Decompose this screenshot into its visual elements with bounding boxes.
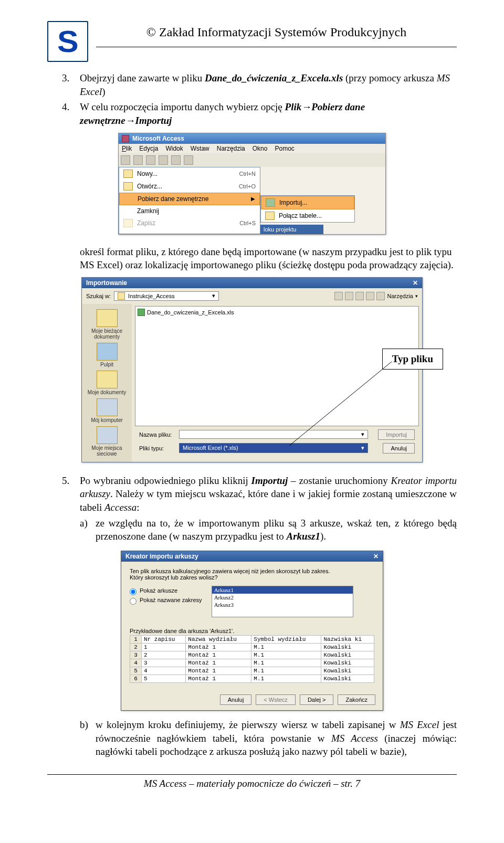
wizard-desc1: Ten plik arkusza kalkulacyjnego zawiera … bbox=[130, 568, 374, 574]
file-item[interactable]: Dane_do_cwiczenia_z_Excela.xls bbox=[138, 309, 416, 316]
sublist-item-b: b) w kolejnym kroku definiujemy, że pier… bbox=[80, 718, 457, 758]
row-header: 1 bbox=[130, 636, 142, 644]
screenshot-import-wizard: Kreator importu arkuszy ✕ Ten plik arkus… bbox=[121, 551, 383, 711]
menu-item-otworz[interactable]: Otwórz...Ctrl+O bbox=[119, 180, 260, 193]
menu-widok[interactable]: Widok bbox=[165, 145, 183, 152]
cell: M.1 bbox=[251, 651, 321, 659]
filename-input[interactable]: ▾ bbox=[179, 430, 368, 439]
toolbar-icon[interactable] bbox=[121, 155, 130, 165]
tools-menu[interactable]: Narzędzia bbox=[387, 293, 413, 299]
close-icon[interactable]: ✕ bbox=[373, 553, 379, 560]
shortcut: Ctrl+O bbox=[239, 183, 256, 189]
filetype-combo[interactable]: Microsoft Excel (*.xls)▾ bbox=[179, 443, 368, 453]
text: – zostanie uruchomiony bbox=[288, 475, 391, 486]
file-list[interactable]: Dane_do_cwiczenia_z_Excela.xls bbox=[135, 306, 419, 426]
close-icon[interactable]: ✕ bbox=[413, 279, 418, 287]
cell: 3 bbox=[142, 659, 186, 667]
lookin-combo[interactable]: Instrukcje_Access▾ bbox=[114, 291, 219, 301]
menu-wstaw[interactable]: Wstaw bbox=[191, 145, 209, 152]
toolbar-icon[interactable] bbox=[159, 155, 168, 165]
folder-icon bbox=[118, 292, 125, 300]
place-recent[interactable]: Moje bieżące dokumenty bbox=[84, 309, 130, 340]
place-mycomputer[interactable]: Mój komputer bbox=[84, 398, 130, 423]
label: Pokaż arkusze bbox=[140, 587, 177, 594]
xls-icon bbox=[138, 309, 145, 316]
menu-pomoc[interactable]: Pomoc bbox=[275, 145, 294, 152]
sheet-item[interactable]: Arkusz3 bbox=[212, 601, 353, 608]
sheet-item[interactable]: Arkusz1 bbox=[212, 586, 353, 594]
cell: M.1 bbox=[251, 659, 321, 667]
cancel-button[interactable]: Anuluj bbox=[383, 443, 415, 454]
table-row: 54Montaż 1M.1Kowalski bbox=[130, 667, 374, 675]
menu-narzedzia[interactable]: Narzędzia bbox=[217, 145, 245, 152]
filetype-value: Microsoft Excel (*.xls) bbox=[183, 445, 238, 451]
back-icon[interactable] bbox=[334, 292, 343, 300]
radio-show-ranges[interactable]: Pokaż nazwane zakresy bbox=[130, 597, 202, 605]
toolbar-icon[interactable] bbox=[171, 155, 181, 165]
logo: S bbox=[47, 21, 88, 62]
toolbar bbox=[119, 153, 385, 167]
cell: Kowalski bbox=[321, 659, 374, 667]
radio-show-sheets[interactable]: Pokaż arkusze bbox=[130, 587, 202, 595]
file-name: Dane_do_cwiczenia_z_Excela.xls bbox=[147, 309, 234, 315]
row-header: 6 bbox=[130, 675, 142, 683]
label: Pobierz dane zewnętrzne bbox=[138, 195, 208, 203]
place-mydocs[interactable]: Moje dokumenty bbox=[84, 371, 130, 395]
sheet-list[interactable]: Arkusz1 Arkusz2 Arkusz3 bbox=[212, 586, 353, 617]
newfolder-icon[interactable] bbox=[366, 292, 374, 300]
menu-okno[interactable]: Okno bbox=[253, 145, 268, 152]
list-number: 3. bbox=[62, 71, 80, 98]
place-desktop[interactable]: Pulpit bbox=[84, 343, 130, 367]
shortcut: Ctrl+N bbox=[239, 171, 256, 177]
computer-icon bbox=[97, 398, 118, 416]
chevron-down-icon: ▾ bbox=[212, 292, 215, 299]
finish-button[interactable]: Zakończ bbox=[338, 694, 375, 705]
menu-item-nowy[interactable]: Nowy...Ctrl+N bbox=[119, 167, 260, 180]
submenu-pobierz: Importuj... Połącz tabele... bbox=[260, 195, 355, 223]
sheet-item[interactable]: Arkusz2 bbox=[212, 594, 353, 601]
toolbar-icon[interactable] bbox=[133, 155, 143, 165]
label: Importuj... bbox=[279, 199, 307, 206]
toolbar-icon[interactable] bbox=[184, 155, 193, 165]
text: ) bbox=[102, 86, 105, 97]
cell: Nazwiska ki bbox=[321, 636, 374, 644]
row-header: 4 bbox=[130, 659, 142, 667]
screenshot-file-dialog: Importowanie ✕ Szukaj w: Instrukcje_Acce… bbox=[81, 277, 423, 462]
menu-item-importuj[interactable]: Importuj... bbox=[261, 196, 354, 209]
toolbar-icon[interactable] bbox=[146, 155, 155, 165]
wizard-title: Kreator importu arkuszy bbox=[125, 553, 198, 560]
open-icon bbox=[123, 182, 133, 191]
text: ze względu na to, że w importowanym plik… bbox=[96, 518, 457, 542]
page-header: S © Zakład Informatyzacji Systemów Produ… bbox=[47, 21, 457, 62]
next-button[interactable]: Dalej > bbox=[300, 694, 334, 705]
cell: Montaż 1 bbox=[186, 675, 251, 683]
save-icon bbox=[123, 219, 133, 227]
menu-edycja[interactable]: Edycja bbox=[139, 145, 158, 152]
delete-icon[interactable] bbox=[355, 292, 364, 300]
cell: M.1 bbox=[251, 644, 321, 651]
lookin-label: Szukaj w: bbox=[86, 293, 111, 299]
chevron-right-icon: ▶ bbox=[251, 196, 255, 202]
caption-projektu: loku projektu bbox=[260, 225, 323, 234]
list-number: 5. bbox=[62, 474, 80, 514]
label: Moje miejsca sieciowe bbox=[91, 445, 122, 457]
up-icon[interactable] bbox=[345, 292, 353, 300]
footer-text: – materiały pomocnicze do ćwiczeń – str.… bbox=[186, 778, 360, 789]
radio-input[interactable] bbox=[130, 598, 136, 605]
sublist-5b: b) w kolejnym kroku definiujemy, że pier… bbox=[80, 718, 457, 758]
cell: M.1 bbox=[251, 667, 321, 675]
cell: 1 bbox=[142, 644, 186, 651]
views-icon[interactable] bbox=[376, 292, 385, 300]
radio-input[interactable] bbox=[130, 588, 136, 595]
import-button[interactable]: Importuj bbox=[378, 429, 415, 440]
new-icon bbox=[123, 170, 133, 178]
menu-item-polacz[interactable]: Połącz tabele... bbox=[261, 209, 354, 222]
sample-table: 1 Nr zapisu Nazwa wydziału Symbol wydzia… bbox=[130, 635, 374, 683]
menu-item-pobierz[interactable]: Pobierz dane zewnętrzne▶ bbox=[119, 193, 260, 205]
place-network[interactable]: Moje miejsca sieciowe bbox=[84, 426, 130, 457]
menu-plik[interactable]: Plik bbox=[122, 145, 132, 152]
label: Moje bieżące dokumenty bbox=[91, 328, 122, 340]
wizard-titlebar: Kreator importu arkuszy ✕ bbox=[121, 551, 383, 562]
cancel-button[interactable]: Anuluj bbox=[220, 694, 252, 705]
menu-item-zamknij[interactable]: Zamknij bbox=[119, 205, 260, 217]
